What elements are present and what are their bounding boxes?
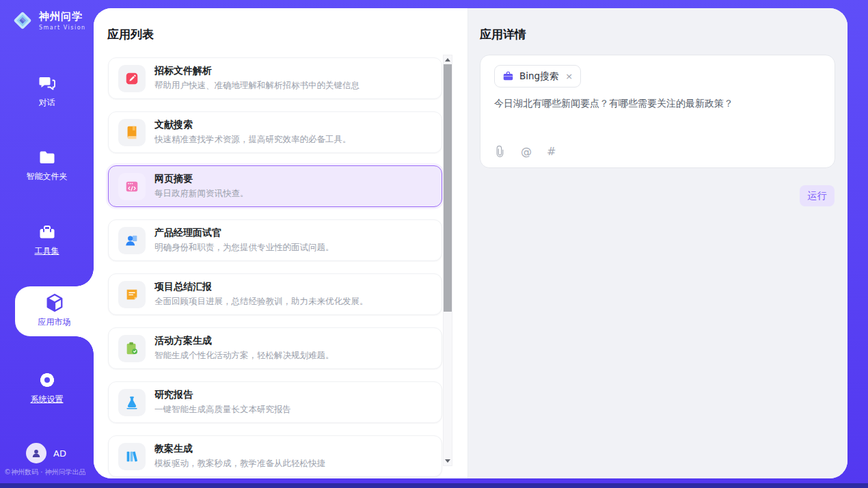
app-name: 教案生成 xyxy=(154,443,325,455)
main-content: 应用列表 招标文件解析 帮助用户快速、准确地理解和解析招标书中的关键信息 文献搜… xyxy=(94,8,847,478)
chat-icon xyxy=(37,74,57,93)
app-desc: 每日政府新闻资讯快查。 xyxy=(154,188,249,200)
note-icon xyxy=(118,281,146,308)
scrollbar-thumb[interactable] xyxy=(444,64,452,312)
brand-subtitle: Smart Vision xyxy=(39,25,86,31)
tool-chip-bing-search[interactable]: Bing搜索 × xyxy=(494,65,581,87)
scroll-down-button[interactable] xyxy=(444,457,452,465)
app-desc: 全面回顾项目进展，总结经验教训，助力未来优化发展。 xyxy=(154,296,368,308)
sidebar-item-settings[interactable]: 系统设置 xyxy=(0,370,94,405)
brand-name: 神州问学 xyxy=(39,10,86,23)
app-desc: 明确身份和职责，为您提供专业性的面试问题。 xyxy=(154,242,334,254)
flask-icon xyxy=(118,389,146,416)
active-nav-background: 应用市场 xyxy=(15,286,94,336)
toolbox-icon xyxy=(37,223,57,241)
app-card-lesson-plan[interactable]: 教案生成 模板驱动，教案秒成，教学准备从此轻松快捷 xyxy=(108,435,442,477)
app-card-event-plan[interactable]: 活动方案生成 智能生成个性化活动方案，轻松解决规划难题。 xyxy=(108,327,442,369)
app-name: 产品经理面试官 xyxy=(154,227,334,239)
cube-icon xyxy=(44,292,66,314)
scroll-up-button[interactable] xyxy=(444,55,452,64)
prompt-text-input[interactable]: 今日湖北有哪些新闻要点？有哪些需要关注的最新政策？ xyxy=(494,96,815,110)
app-desc: 模板驱动，教案秒成，教学准备从此轻松快捷 xyxy=(154,458,325,470)
sidebar-item-app-market[interactable]: 应用市场 xyxy=(15,292,94,328)
copyright-footer: ©神州数码 · 神州问学出品 xyxy=(4,467,94,477)
bottom-frame-strip xyxy=(0,483,868,488)
app-name: 招标文件解析 xyxy=(154,65,360,77)
app-detail-panel: 应用详情 Bing搜索 × 今日湖北有哪些新闻要点？有哪些需要关注的最新政策？ … xyxy=(468,8,847,478)
user-name: AD xyxy=(53,448,66,459)
app-list-panel: 应用列表 招标文件解析 帮助用户快速、准确地理解和解析招标书中的关键信息 文献搜… xyxy=(94,8,468,478)
app-name: 活动方案生成 xyxy=(154,335,334,347)
list-scrollbar[interactable] xyxy=(443,55,452,466)
app-card-research-report[interactable]: 研究报告 一键智能生成高质量长文本研究报告 xyxy=(108,381,442,423)
tool-chip-label: Bing搜索 xyxy=(519,70,558,83)
app-name: 项目总结汇报 xyxy=(154,281,368,293)
hash-icon[interactable]: # xyxy=(547,145,556,158)
user-account[interactable]: AD xyxy=(26,443,66,463)
sidebar-item-label: 应用市场 xyxy=(38,316,71,328)
browser-icon xyxy=(118,173,146,200)
mention-icon[interactable]: @ xyxy=(521,145,532,158)
prompt-card: Bing搜索 × 今日湖北有哪些新闻要点？有哪些需要关注的最新政策？ @ # xyxy=(480,55,835,168)
composer-toolbar: @ # xyxy=(494,145,556,158)
app-name: 网页摘要 xyxy=(154,173,249,185)
books-icon xyxy=(118,443,146,470)
briefcase-icon xyxy=(502,70,514,82)
sidebar: 神州问学 Smart Vision 对话 智能文件夹 工具集 应用市场 系统设置 xyxy=(0,0,94,483)
app-card-project-summary[interactable]: 项目总结汇报 全面回顾项目进展，总结经验教训，助力未来优化发展。 xyxy=(108,273,442,315)
run-button[interactable]: 运行 xyxy=(800,185,835,206)
app-name: 研究报告 xyxy=(154,389,291,401)
app-desc: 快速精准查找学术资源，提高研究效率的必备工具。 xyxy=(154,134,351,146)
close-icon[interactable]: × xyxy=(565,71,573,81)
sidebar-item-toolset[interactable]: 工具集 xyxy=(0,223,94,257)
app-desc: 智能生成个性化活动方案，轻松解决规划难题。 xyxy=(154,350,334,362)
sidebar-item-label: 对话 xyxy=(39,97,55,109)
app-card-web-summary[interactable]: 网页摘要 每日政府新闻资讯快查。 xyxy=(108,165,442,207)
triangle-down-icon xyxy=(445,459,450,463)
app-card-literature-search[interactable]: 文献搜索 快速精准查找学术资源，提高研究效率的必备工具。 xyxy=(108,111,442,153)
app-desc: 帮助用户快速、准确地理解和解析招标书中的关键信息 xyxy=(154,80,360,92)
clipboard-check-icon xyxy=(118,335,146,362)
app-list-title: 应用列表 xyxy=(107,27,154,42)
edit-square-icon xyxy=(118,65,146,92)
app-card-pm-interviewer[interactable]: 产品经理面试官 明确身份和职责，为您提供专业性的面试问题。 xyxy=(108,219,442,261)
gear-icon xyxy=(38,370,57,390)
diamond-logo-icon xyxy=(11,9,34,32)
avatar xyxy=(26,443,46,463)
paperclip-icon[interactable] xyxy=(494,145,506,158)
triangle-up-icon xyxy=(445,58,450,62)
interviewer-icon xyxy=(118,227,146,254)
sidebar-item-label: 系统设置 xyxy=(31,394,64,405)
sidebar-item-label: 智能文件夹 xyxy=(27,171,68,182)
sidebar-item-chat[interactable]: 对话 xyxy=(0,74,94,109)
sidebar-item-label: 工具集 xyxy=(35,245,59,257)
app-logo: 神州问学 Smart Vision xyxy=(11,9,86,32)
app-name: 文献搜索 xyxy=(154,119,351,131)
app-card-tender-analysis[interactable]: 招标文件解析 帮助用户快速、准确地理解和解析招标书中的关键信息 xyxy=(108,57,442,99)
app-desc: 一键智能生成高质量长文本研究报告 xyxy=(154,404,291,416)
sidebar-item-smart-folder[interactable]: 智能文件夹 xyxy=(0,149,94,182)
folder-icon xyxy=(37,149,57,167)
book-icon xyxy=(118,119,146,146)
app-detail-title: 应用详情 xyxy=(480,27,526,42)
app-list: 招标文件解析 帮助用户快速、准确地理解和解析招标书中的关键信息 文献搜索 快速精… xyxy=(108,57,442,478)
